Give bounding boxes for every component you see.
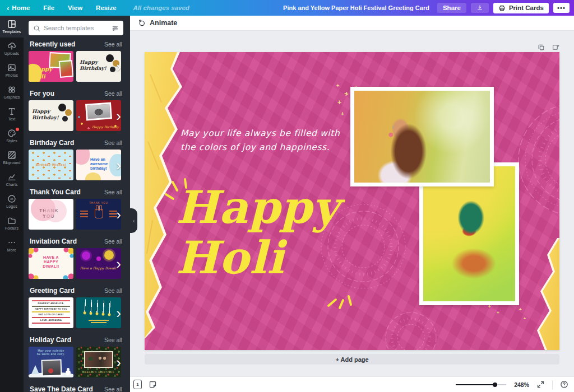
sidebar-item-styles[interactable]: Styles	[0, 125, 24, 147]
search-icon	[33, 25, 40, 32]
see-all-link[interactable]: See all	[104, 337, 122, 343]
sidebar-item-folders[interactable]: Folders	[0, 212, 24, 234]
template-thumbnail[interactable]: Have anawesomebirthday!	[76, 150, 121, 180]
add-page-button[interactable]: + Add page	[145, 354, 559, 365]
notes-icon[interactable]	[149, 380, 157, 389]
sparkle: +	[341, 111, 344, 117]
background-icon	[7, 151, 16, 160]
see-all-link[interactable]: See all	[104, 386, 122, 392]
sidebar-item-charts[interactable]: Charts	[0, 169, 24, 190]
sidebar-item-text[interactable]: Text	[0, 103, 24, 125]
home-button[interactable]: ‹ Home	[7, 4, 30, 12]
template-thumbnail[interactable]: HappyBirthday!	[29, 100, 73, 131]
zoom-level: 248%	[513, 381, 529, 388]
animate-button[interactable]: Animate	[138, 19, 177, 27]
template-section: Recently usedSee allHappyHoliHappyBirthd…	[29, 40, 130, 82]
zoom-slider[interactable]	[456, 381, 506, 389]
sparkle: +	[337, 99, 341, 106]
file-menu[interactable]: File	[43, 4, 54, 11]
section-title: Invitation Card	[30, 237, 77, 245]
chevron-right-icon[interactable]: ›	[116, 207, 121, 222]
chevron-right-icon[interactable]: ›	[116, 306, 121, 320]
see-all-link[interactable]: See all	[104, 41, 122, 48]
template-thumbnail[interactable]: May your yuletidebe warm and cozy.	[29, 347, 73, 377]
top-bar: ‹ Home File View Resize All changes save…	[0, 0, 574, 16]
save-status: All changes saved	[133, 4, 189, 11]
section-title: Recently used	[30, 40, 75, 48]
photos-icon	[7, 63, 16, 72]
more-options-button[interactable]: •••	[553, 3, 570, 13]
notification-badge	[16, 128, 19, 131]
sidebar-item-logos[interactable]: coLogos	[0, 190, 24, 212]
status-bar: 1 248%	[130, 376, 574, 392]
sidebar-item-uploads[interactable]: Uploads	[0, 38, 24, 59]
sidebar-item-more[interactable]: More	[0, 234, 24, 256]
photo-woman-holi[interactable]	[350, 87, 494, 186]
share-button[interactable]: Share	[437, 3, 466, 13]
sidebar-item-templates[interactable]: Templates	[0, 16, 24, 38]
template-thumbnail[interactable]: Happy Birthday	[76, 100, 121, 131]
fullscreen-icon[interactable]	[536, 380, 545, 389]
sparkle: +	[519, 307, 522, 312]
template-section: Greeting CardSee allDEAREST ANGELICA,HAP…	[29, 286, 130, 328]
template-section: Invitation CardSee allHAVE AHAPPYDIWALI!…	[29, 237, 130, 279]
back-chevron-icon: ‹	[7, 4, 9, 12]
zoom-slider-handle[interactable]	[493, 382, 497, 387]
template-thumbnail[interactable]: HappyHoli	[29, 51, 73, 82]
see-all-link[interactable]: See all	[104, 287, 122, 294]
sidebar-item-graphics[interactable]: Graphics	[0, 81, 24, 103]
charts-icon	[7, 172, 16, 181]
see-all-link[interactable]: See all	[104, 139, 122, 146]
filter-icon[interactable]	[112, 25, 119, 32]
chevron-right-icon[interactable]: ›	[116, 109, 121, 123]
headline-text[interactable]: Happy Holi	[176, 182, 339, 283]
search-input[interactable]	[44, 25, 108, 31]
chevron-right-icon[interactable]: ›	[116, 158, 121, 172]
quote-text[interactable]: May your life always be filled with the …	[180, 127, 340, 155]
sidebar-item-photos[interactable]: Photos	[0, 59, 24, 81]
duplicate-page-icon[interactable]	[538, 44, 545, 51]
template-thumbnail[interactable]: HappyBirthday!	[76, 51, 121, 82]
see-all-link[interactable]: See all	[104, 238, 122, 245]
template-section: Thank You CardSee allTHANKYOUTHANK YOU›	[29, 188, 130, 230]
see-all-link[interactable]: See all	[104, 189, 122, 195]
see-all-link[interactable]: See all	[104, 90, 122, 97]
view-menu[interactable]: View	[68, 4, 82, 11]
page-manager-button[interactable]: 1	[133, 380, 142, 389]
graphics-icon	[7, 85, 16, 94]
section-title: Thank You Card	[30, 188, 81, 196]
document-title[interactable]: Pink and Yellow Paper Holi Festival Gree…	[283, 4, 429, 11]
template-thumbnail[interactable]: Birthday Wishes!	[29, 150, 73, 180]
template-section: Birthday CardSee allBirthday Wishes!Have…	[29, 138, 130, 180]
add-page-icon[interactable]	[552, 44, 559, 51]
torn-paper-right	[520, 238, 559, 350]
template-thumbnail[interactable]: DEAREST ANGELICA,HAPPY BIRTHDAY TO YOUEA…	[29, 297, 73, 328]
chevron-right-icon[interactable]: ›	[116, 355, 121, 370]
section-title: For you	[30, 90, 54, 97]
sidebar-item-bkground[interactable]: Bkground	[0, 147, 24, 169]
template-thumbnail[interactable]: THANKYOU	[29, 199, 73, 230]
sparkle: +	[336, 83, 339, 88]
folders-icon	[7, 216, 16, 225]
download-button[interactable]	[471, 3, 489, 13]
canvas-area: May your life always be filled with the …	[130, 31, 574, 376]
template-thumbnail[interactable]	[76, 297, 121, 328]
section-title: Holiday Card	[30, 336, 71, 344]
template-section: For youSee allHappyBirthday!Happy Birthd…	[29, 89, 130, 131]
chevron-right-icon[interactable]: ›	[116, 59, 121, 74]
sparkle: +	[497, 311, 499, 315]
chevron-right-icon[interactable]: ›	[116, 256, 121, 271]
animate-icon	[138, 19, 146, 27]
section-title: Birthday Card	[30, 139, 74, 147]
resize-menu[interactable]: Resize	[96, 4, 116, 11]
search-box[interactable]	[29, 21, 123, 35]
template-thumbnail[interactable]: Have a Happy Diwali!	[76, 248, 121, 279]
print-cards-button[interactable]: Print Cards	[493, 3, 549, 13]
template-thumbnail[interactable]: THANK YOU	[76, 199, 121, 230]
design-page[interactable]: May your life always be filled with the …	[145, 52, 559, 350]
panel-collapse-button[interactable]: ‹	[130, 208, 137, 233]
help-icon[interactable]	[560, 380, 568, 389]
template-thumbnail[interactable]: SEASON'S GREETINGS	[76, 347, 121, 377]
template-thumbnail[interactable]: HAVE AHAPPYDIWALI!	[29, 248, 73, 279]
more-icon	[7, 238, 16, 247]
